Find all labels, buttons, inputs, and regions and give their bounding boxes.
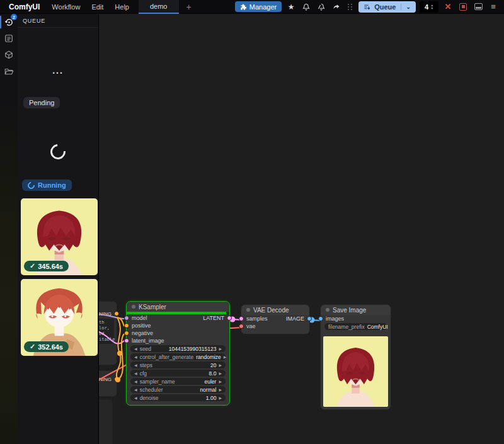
widget-label: denoise — [140, 395, 159, 401]
hamburger-icon: ≡ — [491, 2, 496, 11]
saved-image-preview[interactable] — [323, 336, 388, 407]
collapse-dot-icon[interactable] — [132, 305, 135, 309]
prompt-text-fragment[interactable]: th lor, ed itable — [99, 319, 114, 344]
conditioning-output-dot[interactable] — [114, 377, 119, 382]
sidebar-item-workflows[interactable] — [0, 63, 18, 79]
input-label-vae: vae — [246, 323, 256, 329]
text-widget-partial — [99, 399, 113, 444]
clip-text-encode-node-partial-2[interactable]: NING — [99, 370, 117, 397]
sidebar-item-model-library[interactable] — [0, 47, 18, 63]
increment-icon[interactable]: ▶ — [224, 355, 227, 359]
execution-time: 345.64s — [38, 263, 63, 270]
queue-result-thumbnail-1[interactable]: ✓ 345.64s — [21, 198, 98, 275]
widget-seed[interactable]: ◀ seed 1044153990315123 ▶ — [130, 345, 226, 352]
graph-canvas[interactable]: NING th lor, ed itable NING — [99, 14, 504, 444]
decrement-icon[interactable]: ◀ — [134, 371, 137, 375]
input-dot-samples[interactable] — [239, 316, 244, 321]
bottom-panel-icon — [474, 3, 483, 10]
batch-count-stepper[interactable]: 4 ▴ ▾ — [420, 1, 438, 13]
queue-panel-header: QUEUE — [18, 14, 98, 28]
new-workflow-button[interactable]: + — [179, 0, 199, 14]
queue-dropdown-chevron[interactable]: ⌄ — [401, 4, 411, 10]
increment-icon[interactable]: ▶ — [219, 346, 222, 351]
slot-row: samples IMAGE — [241, 315, 309, 322]
bell-slash-icon — [318, 3, 325, 11]
batch-spinner[interactable]: ▴ ▾ — [431, 4, 433, 10]
decrement-icon[interactable]: ◀ — [134, 387, 137, 392]
menu-edit[interactable]: Edit — [86, 3, 109, 11]
increment-icon[interactable]: ▶ — [219, 371, 222, 375]
increment-icon[interactable]: ▶ — [219, 387, 222, 392]
stop-button[interactable] — [457, 1, 469, 13]
widget-label: steps — [140, 362, 152, 368]
execution-time-badge: ✓ 352.64s — [24, 341, 69, 352]
decrement-icon[interactable]: ◀ — [134, 355, 137, 359]
increment-icon[interactable]: ▶ — [219, 396, 222, 400]
widget-steps[interactable]: ◀ steps 20 ▶ — [130, 361, 226, 368]
conditioning-output-dot[interactable] — [114, 311, 119, 316]
collapse-dot-icon[interactable] — [246, 308, 250, 312]
slot-row: vae — [241, 322, 309, 330]
widget-filename-prefix[interactable]: filename_prefix ComfyUI — [324, 323, 387, 330]
clear-queue-button[interactable]: ✕ — [442, 1, 454, 13]
input-dot-latent-image[interactable] — [124, 338, 129, 343]
menu-help[interactable]: Help — [109, 3, 135, 11]
collapse-dot-icon[interactable] — [326, 308, 329, 312]
input-dot-negative[interactable] — [124, 331, 129, 336]
bell-slash-button[interactable] — [316, 1, 327, 13]
plus-icon: + — [186, 2, 192, 12]
decrement-icon[interactable]: ◀ — [134, 346, 137, 351]
sidebar-item-node-library[interactable] — [0, 30, 18, 47]
node-save-image[interactable]: Save Image images filename_prefix ComfyU… — [320, 304, 391, 410]
node-vae-decode[interactable]: VAE Decode samples IMAGE vae — [241, 304, 310, 334]
clip-text-encode-node-partial-1[interactable]: NING th lor, ed itable — [99, 301, 117, 365]
folder-open-icon — [4, 67, 14, 76]
drag-handle[interactable] — [348, 4, 353, 10]
input-dot-model[interactable] — [124, 316, 129, 321]
widget-denoise[interactable]: ◀ denoise 1.00 ▶ — [130, 394, 226, 401]
queue-button[interactable]: Queue ⌄ — [358, 1, 416, 13]
sidebar-item-queue[interactable]: 2 — [0, 14, 18, 30]
decrement-icon[interactable]: ▾ — [431, 7, 433, 10]
bell-button[interactable] — [301, 1, 312, 13]
node-title-bar[interactable]: KSampler — [127, 302, 229, 312]
increment-icon[interactable]: ▶ — [219, 363, 222, 367]
queue-more-button[interactable]: ... — [18, 65, 98, 76]
node-title-bar[interactable]: VAE Decode — [241, 305, 309, 315]
menu-button[interactable]: ≡ — [488, 1, 499, 13]
bottom-panel-button[interactable] — [472, 1, 484, 13]
queue-label: Queue — [374, 3, 396, 11]
prompt-line: itable — [99, 337, 112, 343]
widget-scheduler[interactable]: ◀ scheduler normal ▶ — [130, 386, 226, 393]
star-button[interactable]: ★ — [285, 1, 297, 13]
input-label-latent-image: latent_image — [132, 338, 164, 344]
decrement-icon[interactable]: ◀ — [134, 379, 137, 384]
widget-list: filename_prefix ComfyUI — [321, 322, 391, 334]
decrement-icon[interactable]: ◀ — [134, 363, 137, 367]
output-dot-image[interactable] — [307, 316, 312, 321]
widget-value: 1.00 — [206, 395, 217, 401]
tab-demo[interactable]: demo — [139, 0, 179, 14]
manager-label: Manager — [249, 3, 277, 11]
queue-result-thumbnail-2[interactable]: ✓ 352.64s — [21, 279, 98, 356]
input-dot-positive[interactable] — [124, 323, 129, 328]
widget-sampler-name[interactable]: ◀ sampler_name euler ▶ — [130, 378, 226, 385]
share-button[interactable] — [331, 1, 342, 13]
widget-cfg[interactable]: ◀ cfg 8.0 ▶ — [130, 370, 226, 377]
manager-button[interactable]: Manager — [235, 1, 282, 12]
increment-icon[interactable]: ▶ — [219, 379, 222, 384]
input-dot-images[interactable] — [318, 316, 323, 321]
prompt-line: lor, — [99, 326, 112, 331]
widget-value: 20 — [210, 362, 216, 368]
node-title-bar[interactable]: Save Image — [321, 305, 391, 315]
output-dot-latent[interactable] — [227, 316, 232, 321]
generated-image-girl-dark-red-hair — [323, 336, 388, 407]
check-icon: ✓ — [30, 343, 35, 351]
decrement-icon[interactable]: ◀ — [134, 396, 137, 400]
widget-control-after-generate[interactable]: ◀ control_after_generate randomize ▶ — [130, 353, 226, 360]
widget-label: cfg — [140, 370, 147, 377]
menu-workflow[interactable]: Workflow — [46, 3, 86, 11]
app-logo[interactable]: ComfyUI — [0, 3, 46, 11]
node-ksampler[interactable]: KSampler model LATENT positive negative … — [126, 301, 230, 406]
input-dot-vae[interactable] — [239, 324, 244, 329]
